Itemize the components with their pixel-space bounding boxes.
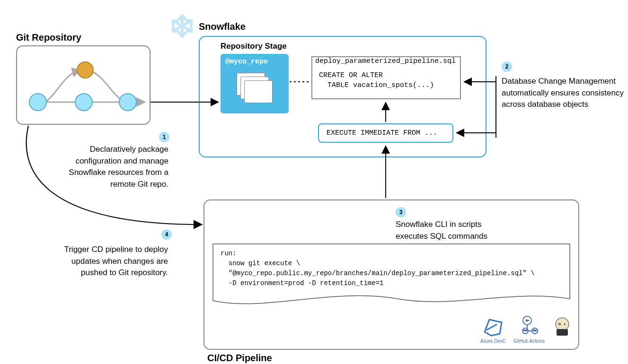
deploy-sql-body: CREATE OR ALTER TABLE vacation_spots(...…: [312, 66, 460, 95]
badge-4: 4: [161, 229, 172, 240]
sheet-icon: [244, 80, 273, 103]
azure-devops-label: Azure DevC: [474, 338, 512, 344]
execute-immediate-box: EXECUTE IMMEDIATE FROM ...: [318, 123, 453, 143]
svg-line-10: [179, 33, 182, 36]
diagram-canvas: Git Repository: [0, 0, 628, 364]
cicd-title: CI/CD Pipeline: [207, 353, 272, 364]
deploy-sql-file: deploy_parameterized_pipeline.sql CREATE…: [311, 65, 461, 99]
repo-stage-title: Repository Stage: [221, 42, 287, 51]
svg-line-6: [173, 21, 191, 31]
badge-3: 3: [396, 207, 406, 217]
snowflake-title: Snowflake: [199, 21, 246, 32]
annotation-4: Trigger CD pipeline to deploy updates wh…: [58, 244, 168, 279]
github-actions-label: GitHub Actions: [510, 338, 548, 344]
svg-line-8: [179, 16, 182, 19]
svg-line-7: [173, 21, 191, 31]
annotation-1: Declaratively package configuration and …: [61, 144, 168, 191]
svg-line-11: [182, 33, 185, 36]
repo-stage-block: @myco_repo: [221, 54, 289, 113]
git-repo-title: Git Repository: [16, 32, 81, 43]
badge-2: 2: [502, 61, 512, 72]
repo-stage-name: @myco_repo: [225, 58, 268, 66]
git-repo-box: [16, 45, 150, 125]
annotation-3: Snowflake CLI in scripts executes SQL co…: [396, 219, 504, 242]
svg-line-9: [182, 16, 185, 19]
badge-1: 1: [159, 132, 169, 142]
deploy-sql-filename: deploy_parameterized_pipeline.sql: [311, 56, 461, 67]
annotation-2: Database Change Management automatically…: [502, 76, 625, 111]
cicd-script-text: run: snow git execute \ "@myco_repo.publ…: [221, 249, 561, 288]
